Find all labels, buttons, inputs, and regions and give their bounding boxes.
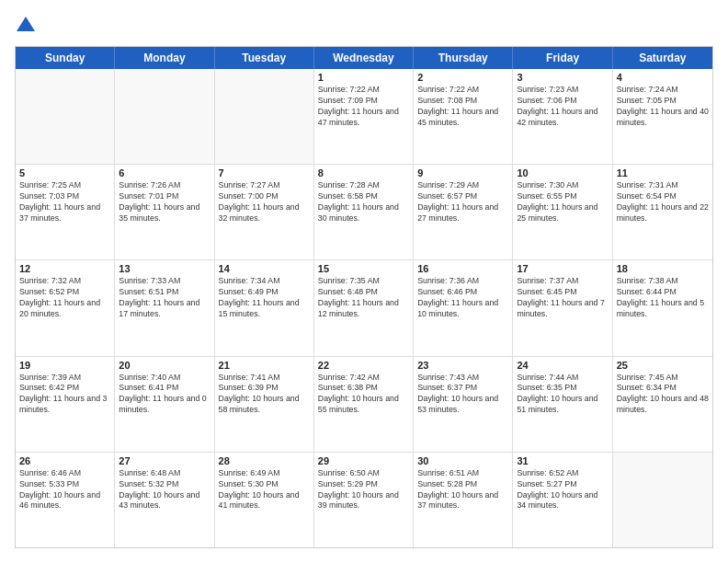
calendar-cell: 21Sunrise: 7:41 AM Sunset: 6:39 PM Dayli… [215, 357, 314, 452]
calendar-cell: 31Sunrise: 6:52 AM Sunset: 5:27 PM Dayli… [513, 453, 612, 547]
calendar-cell: 8Sunrise: 7:28 AM Sunset: 6:58 PM Daylig… [314, 165, 414, 259]
cell-detail: Sunrise: 6:46 AM Sunset: 5:33 PM Dayligh… [19, 468, 110, 512]
cell-detail: Sunrise: 7:27 AM Sunset: 7:00 PM Dayligh… [219, 180, 310, 224]
day-number: 15 [318, 263, 409, 274]
day-number: 14 [219, 263, 310, 274]
cell-detail: Sunrise: 7:36 AM Sunset: 6:46 PM Dayligh… [417, 276, 508, 320]
calendar-cell [613, 453, 712, 547]
calendar-cell: 27Sunrise: 6:48 AM Sunset: 5:32 PM Dayli… [115, 453, 214, 547]
day-number: 9 [417, 167, 508, 178]
calendar-row: 1Sunrise: 7:22 AM Sunset: 7:09 PM Daylig… [16, 69, 712, 165]
day-number: 17 [517, 263, 608, 274]
svg-marker-0 [17, 17, 35, 31]
calendar-cell: 4Sunrise: 7:24 AM Sunset: 7:05 PM Daylig… [613, 69, 712, 164]
day-number: 16 [417, 263, 508, 274]
calendar-cell: 12Sunrise: 7:32 AM Sunset: 6:52 PM Dayli… [16, 260, 115, 355]
day-number: 5 [19, 167, 110, 178]
calendar-cell: 15Sunrise: 7:35 AM Sunset: 6:48 PM Dayli… [314, 260, 414, 355]
cell-detail: Sunrise: 7:33 AM Sunset: 6:51 PM Dayligh… [119, 276, 210, 320]
cell-detail: Sunrise: 7:38 AM Sunset: 6:44 PM Dayligh… [617, 276, 709, 320]
cell-detail: Sunrise: 7:30 AM Sunset: 6:55 PM Dayligh… [517, 180, 608, 224]
day-number: 10 [517, 167, 608, 178]
calendar-cell [16, 69, 115, 164]
day-number: 20 [119, 360, 210, 371]
cell-detail: Sunrise: 7:22 AM Sunset: 7:09 PM Dayligh… [318, 85, 409, 129]
cell-detail: Sunrise: 7:24 AM Sunset: 7:05 PM Dayligh… [617, 85, 709, 129]
day-number: 21 [219, 360, 310, 371]
page: SundayMondayTuesdayWednesdayThursdayFrid… [0, 0, 728, 563]
day-number: 28 [219, 455, 310, 466]
weekday-header: Friday [513, 47, 612, 69]
calendar-cell: 1Sunrise: 7:22 AM Sunset: 7:09 PM Daylig… [314, 69, 414, 164]
calendar-cell: 13Sunrise: 7:33 AM Sunset: 6:51 PM Dayli… [115, 260, 214, 355]
cell-detail: Sunrise: 7:28 AM Sunset: 6:58 PM Dayligh… [318, 180, 409, 224]
calendar-cell: 18Sunrise: 7:38 AM Sunset: 6:44 PM Dayli… [613, 260, 712, 355]
cell-detail: Sunrise: 7:37 AM Sunset: 6:45 PM Dayligh… [517, 276, 608, 320]
calendar-row: 26Sunrise: 6:46 AM Sunset: 5:33 PM Dayli… [16, 453, 712, 547]
cell-detail: Sunrise: 7:26 AM Sunset: 7:01 PM Dayligh… [119, 180, 210, 224]
calendar-cell: 3Sunrise: 7:23 AM Sunset: 7:06 PM Daylig… [513, 69, 612, 164]
header [15, 15, 713, 37]
day-number: 31 [517, 455, 608, 466]
cell-detail: Sunrise: 7:32 AM Sunset: 6:52 PM Dayligh… [19, 276, 110, 320]
cell-detail: Sunrise: 7:44 AM Sunset: 6:35 PM Dayligh… [517, 373, 608, 417]
calendar-row: 12Sunrise: 7:32 AM Sunset: 6:52 PM Dayli… [16, 260, 712, 356]
day-number: 27 [119, 455, 210, 466]
day-number: 6 [119, 167, 210, 178]
calendar-cell [215, 69, 314, 164]
cell-detail: Sunrise: 7:22 AM Sunset: 7:08 PM Dayligh… [417, 85, 508, 129]
calendar-cell: 10Sunrise: 7:30 AM Sunset: 6:55 PM Dayli… [513, 165, 612, 259]
day-number: 25 [617, 360, 709, 371]
calendar-cell: 7Sunrise: 7:27 AM Sunset: 7:00 PM Daylig… [215, 165, 314, 259]
calendar-cell: 24Sunrise: 7:44 AM Sunset: 6:35 PM Dayli… [513, 357, 612, 452]
calendar-cell: 6Sunrise: 7:26 AM Sunset: 7:01 PM Daylig… [115, 165, 214, 259]
day-number: 4 [617, 72, 709, 83]
day-number: 2 [417, 72, 508, 83]
cell-detail: Sunrise: 6:51 AM Sunset: 5:28 PM Dayligh… [417, 468, 508, 512]
calendar-header: SundayMondayTuesdayWednesdayThursdayFrid… [16, 47, 712, 69]
day-number: 26 [19, 455, 110, 466]
day-number: 23 [417, 360, 508, 371]
cell-detail: Sunrise: 6:49 AM Sunset: 5:30 PM Dayligh… [219, 468, 310, 512]
calendar-cell: 26Sunrise: 6:46 AM Sunset: 5:33 PM Dayli… [16, 453, 115, 547]
day-number: 1 [318, 72, 409, 83]
logo-icon [15, 15, 37, 37]
cell-detail: Sunrise: 6:48 AM Sunset: 5:32 PM Dayligh… [119, 468, 210, 512]
calendar-cell [115, 69, 214, 164]
calendar-cell: 23Sunrise: 7:43 AM Sunset: 6:37 PM Dayli… [414, 357, 513, 452]
calendar-cell: 29Sunrise: 6:50 AM Sunset: 5:29 PM Dayli… [314, 453, 414, 547]
weekday-header: Monday [115, 47, 214, 69]
calendar: SundayMondayTuesdayWednesdayThursdayFrid… [15, 46, 713, 548]
cell-detail: Sunrise: 7:41 AM Sunset: 6:39 PM Dayligh… [219, 373, 310, 417]
calendar-cell: 30Sunrise: 6:51 AM Sunset: 5:28 PM Dayli… [414, 453, 513, 547]
day-number: 29 [318, 455, 409, 466]
day-number: 18 [617, 263, 709, 274]
cell-detail: Sunrise: 7:42 AM Sunset: 6:38 PM Dayligh… [318, 373, 409, 417]
calendar-row: 19Sunrise: 7:39 AM Sunset: 6:42 PM Dayli… [16, 357, 712, 453]
calendar-cell: 2Sunrise: 7:22 AM Sunset: 7:08 PM Daylig… [414, 69, 513, 164]
day-number: 30 [417, 455, 508, 466]
day-number: 24 [517, 360, 608, 371]
cell-detail: Sunrise: 7:39 AM Sunset: 6:42 PM Dayligh… [19, 373, 110, 417]
calendar-row: 5Sunrise: 7:25 AM Sunset: 7:03 PM Daylig… [16, 165, 712, 260]
weekday-header: Wednesday [314, 47, 414, 69]
logo [15, 15, 40, 37]
day-number: 12 [19, 263, 110, 274]
calendar-cell: 5Sunrise: 7:25 AM Sunset: 7:03 PM Daylig… [16, 165, 115, 259]
calendar-cell: 19Sunrise: 7:39 AM Sunset: 6:42 PM Dayli… [16, 357, 115, 452]
calendar-cell: 17Sunrise: 7:37 AM Sunset: 6:45 PM Dayli… [513, 260, 612, 355]
day-number: 22 [318, 360, 409, 371]
calendar-cell: 28Sunrise: 6:49 AM Sunset: 5:30 PM Dayli… [215, 453, 314, 547]
weekday-header: Tuesday [215, 47, 314, 69]
day-number: 11 [617, 167, 709, 178]
calendar-cell: 9Sunrise: 7:29 AM Sunset: 6:57 PM Daylig… [414, 165, 513, 259]
cell-detail: Sunrise: 7:25 AM Sunset: 7:03 PM Dayligh… [19, 180, 110, 224]
cell-detail: Sunrise: 7:29 AM Sunset: 6:57 PM Dayligh… [417, 180, 508, 224]
cell-detail: Sunrise: 7:43 AM Sunset: 6:37 PM Dayligh… [417, 373, 508, 417]
calendar-cell: 20Sunrise: 7:40 AM Sunset: 6:41 PM Dayli… [115, 357, 214, 452]
calendar-cell: 22Sunrise: 7:42 AM Sunset: 6:38 PM Dayli… [314, 357, 414, 452]
day-number: 7 [219, 167, 310, 178]
calendar-cell: 25Sunrise: 7:45 AM Sunset: 6:34 PM Dayli… [613, 357, 712, 452]
cell-detail: Sunrise: 7:34 AM Sunset: 6:49 PM Dayligh… [219, 276, 310, 320]
cell-detail: Sunrise: 6:50 AM Sunset: 5:29 PM Dayligh… [318, 468, 409, 512]
